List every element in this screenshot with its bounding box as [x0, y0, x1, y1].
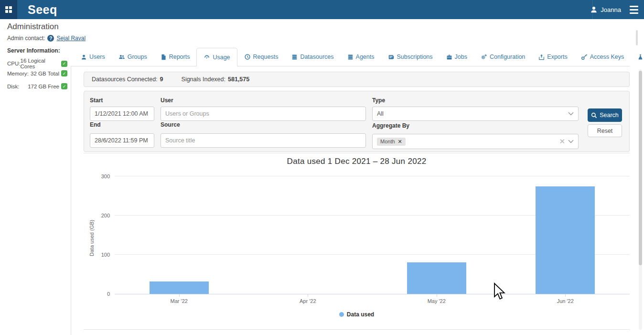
tab-exports[interactable]: Exports	[532, 48, 574, 66]
x-tick	[437, 294, 437, 297]
database-icon	[291, 54, 298, 60]
disk-label: Disk:	[7, 84, 20, 89]
newspaper-icon	[388, 54, 395, 60]
server-info-title: Server Information:	[7, 47, 60, 54]
navbar: Seeq Joanna	[0, 0, 644, 19]
search-icon	[591, 112, 597, 119]
tab-agents[interactable]: Agents	[341, 48, 381, 66]
bar-may22[interactable]	[407, 262, 466, 294]
memory-label: Memory:	[7, 71, 29, 76]
tab-usage[interactable]: Usage	[196, 48, 237, 66]
chevron-down-icon	[568, 140, 574, 143]
y-tick-label: 200	[101, 213, 110, 218]
legend-marker	[339, 312, 344, 317]
tab-groups[interactable]: Groups	[112, 48, 154, 66]
x-axis-label: Jun '22	[557, 298, 574, 304]
datasources-connected-value: 9	[160, 76, 163, 83]
check-icon: ✓	[61, 70, 67, 76]
administration-page: Seeq Joanna Administration Admin contact…	[0, 0, 644, 335]
export-icon	[538, 54, 545, 60]
aggregate-tag-month: Month ✕	[377, 138, 406, 146]
datasources-connected-label: Datasources Connected:	[92, 76, 158, 83]
status-panel: Datasources Connected: 9 Signals Indexed…	[84, 72, 630, 87]
x-axis-label: May '22	[428, 298, 446, 304]
history-icon	[244, 54, 251, 60]
type-selected-value: All	[377, 110, 384, 117]
page-title: Administration	[7, 22, 59, 32]
memory-value: 32 GB Total	[31, 71, 61, 76]
type-label: Type	[372, 97, 385, 104]
user-name: Joanna	[601, 6, 621, 13]
y-tick-label: 300	[101, 173, 110, 179]
x-tick	[565, 294, 566, 297]
reset-button[interactable]: Reset	[588, 124, 622, 137]
gears-icon	[481, 54, 487, 60]
flask-icon	[637, 54, 644, 60]
remove-tag-icon[interactable]: ✕	[398, 139, 402, 145]
signals-indexed-label: Signals Indexed:	[182, 76, 225, 83]
admin-contact-row: Admin contact: ? Sejal Raval	[7, 35, 86, 42]
hamburger-menu-icon[interactable]	[630, 6, 640, 14]
tab-access-keys[interactable]: Access Keys	[574, 48, 631, 66]
end-date-input[interactable]	[90, 133, 154, 148]
aggregate-by-select[interactable]: Month ✕ ✕	[372, 134, 579, 149]
disk-value: 172 GB Free	[28, 84, 61, 89]
y-tick-label: 0	[107, 291, 110, 297]
start-date-input[interactable]	[90, 107, 154, 121]
user-icon	[590, 6, 598, 13]
chevron-down-icon	[568, 112, 574, 116]
x-axis-label: Mar '22	[171, 298, 188, 304]
search-button[interactable]: Search	[588, 108, 622, 122]
clear-select-icon[interactable]: ✕	[556, 137, 568, 146]
content-border	[71, 66, 71, 335]
users-icon	[118, 54, 125, 60]
tab-configuration[interactable]: Configuration	[474, 48, 532, 66]
source-input[interactable]	[161, 133, 366, 148]
check-icon: ✓	[61, 61, 67, 67]
admin-contact-label: Admin contact:	[7, 35, 45, 42]
user-menu[interactable]: Joanna	[590, 6, 621, 13]
scrollbar-thumb[interactable]	[639, 71, 642, 265]
filter-panel: Start User Type All End Source Aggregate…	[84, 91, 630, 152]
seeq-logo[interactable]: Seeq	[28, 3, 57, 17]
x-tick	[308, 294, 308, 297]
start-label: Start	[90, 97, 103, 104]
chart-title: Data used 1 Dec 2021 – 28 Jun 2022	[84, 157, 630, 166]
plot-area: 0100200300Mar '22Apr '22May '22Jun '22	[115, 176, 630, 294]
x-tick	[179, 294, 180, 297]
tab-bar: Users Groups Reports Usage Requests Data…	[71, 48, 630, 66]
grid-icon	[5, 6, 12, 13]
tab-datasources[interactable]: Datasources	[285, 48, 340, 66]
gridline	[115, 176, 630, 176]
end-label: End	[90, 121, 101, 128]
chart-legend[interactable]: Data used	[84, 311, 630, 318]
user-label: User	[161, 97, 173, 104]
tab-jobs[interactable]: Jobs	[440, 48, 474, 66]
x-axis-label: Apr '22	[300, 298, 316, 304]
tab-users[interactable]: Users	[74, 48, 112, 66]
server-stat-disk: Disk: 172 GB Free ✓	[7, 83, 67, 89]
briefcase-icon	[446, 54, 452, 60]
check-icon: ✓	[61, 83, 67, 89]
admin-contact-link[interactable]: Sejal Raval	[56, 35, 86, 42]
database-icon	[347, 54, 354, 60]
mouse-cursor	[494, 282, 506, 302]
tab-subscriptions[interactable]: Subscriptions	[381, 48, 440, 66]
tab-plugins[interactable]: Plugins	[631, 48, 644, 66]
user-input[interactable]	[161, 107, 366, 121]
key-icon	[581, 54, 588, 60]
app-switcher-button[interactable]	[0, 0, 17, 19]
tab-requests[interactable]: Requests	[237, 48, 285, 66]
server-stat-cpu: CPU: 16 Logical Cores ✓	[7, 58, 67, 69]
legend-label: Data used	[347, 311, 374, 318]
scrollbar-thumb-secondary[interactable]	[636, 30, 638, 45]
aggregate-by-label: Aggregate By	[372, 122, 409, 129]
cpu-label: CPU:	[7, 61, 20, 66]
bar-jun22[interactable]	[536, 186, 595, 294]
type-select[interactable]: All	[372, 107, 579, 121]
help-icon[interactable]: ?	[47, 35, 54, 42]
server-stat-memory: Memory: 32 GB Total ✓	[7, 70, 67, 76]
tab-reports[interactable]: Reports	[154, 48, 197, 66]
bar-mar22[interactable]	[150, 281, 209, 294]
source-label: Source	[161, 121, 180, 128]
